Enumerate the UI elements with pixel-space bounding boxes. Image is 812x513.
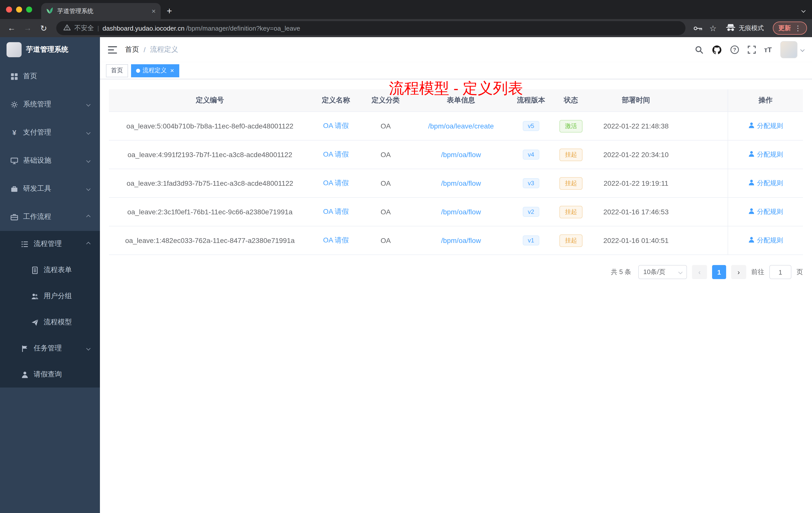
sidebar-item-label: 流程管理 [34, 239, 62, 248]
list-icon [21, 240, 29, 248]
users-icon [31, 292, 39, 300]
github-icon[interactable] [712, 45, 721, 55]
assign-rule-button[interactable]: 分配规则 [748, 121, 783, 130]
sidebar-collapse-icon[interactable] [108, 46, 117, 54]
form-link[interactable]: /bpm/oa/flow [441, 236, 481, 244]
sidebar-item-infrastructure[interactable]: 基础设施 [0, 147, 100, 175]
chevron-down-icon [86, 159, 91, 163]
goto-page-input[interactable] [769, 265, 791, 279]
table-header-row: 定义编号 定义名称 定义分类 表单信息 流程版本 状态 部署时间 操作 [109, 89, 803, 112]
definition-name-link[interactable]: OA 请假 [323, 236, 349, 245]
not-secure-warning-icon [63, 24, 71, 32]
form-link[interactable]: /bpm/oa/flow [441, 151, 481, 159]
window-minimize-button[interactable] [16, 6, 22, 12]
assign-rule-button[interactable]: 分配规则 [748, 207, 783, 216]
tag-close-icon[interactable]: × [170, 67, 174, 74]
browser-toolbar: ← → ↻ 不安全 | dashboard.yudao.iocoder.cn/b… [0, 19, 812, 37]
fullscreen-icon[interactable] [748, 46, 755, 54]
status-badge: 激活 [559, 120, 582, 132]
chevron-down-icon [678, 270, 683, 274]
favicon [46, 7, 53, 15]
assign-rule-button[interactable]: 分配规则 [748, 236, 783, 245]
avatar[interactable] [780, 41, 798, 58]
search-icon[interactable] [695, 46, 703, 54]
page-size-select[interactable]: 10条/页 [638, 265, 687, 279]
tag-process-definition[interactable]: 流程定义 × [131, 64, 179, 77]
col-header: 定义分类 [361, 89, 410, 112]
logo-avatar [6, 42, 22, 57]
help-icon[interactable]: ? [730, 45, 739, 54]
table-row: oa_leave:4:991f2193-7b7f-11ec-a3c8-acde4… [109, 141, 803, 169]
definition-category: OA [361, 112, 410, 140]
definition-category: OA [361, 198, 410, 226]
incognito-label: 无痕模式 [739, 24, 764, 32]
sidebar-item-task-management[interactable]: 任务管理 [0, 335, 100, 361]
tag-active-dot [136, 68, 140, 72]
sidebar-item-system-management[interactable]: 系统管理 [0, 90, 100, 118]
sidebar-item-home[interactable]: 首页 [0, 62, 100, 90]
page-number-1[interactable]: 1 [712, 265, 726, 279]
form-link[interactable]: /bpm/oa/flow [441, 179, 481, 187]
browser-update-button[interactable]: 更新 ⋮ [773, 22, 807, 35]
sidebar-item-payment-management[interactable]: ¥ 支付管理 [0, 118, 100, 147]
sidebar-item-label: 首页 [23, 72, 37, 81]
incognito-icon [726, 23, 736, 33]
sidebar-logo[interactable]: 芋道管理系统 [0, 37, 100, 62]
assign-rule-button[interactable]: 分配规则 [748, 179, 783, 188]
svg-text:?: ? [733, 47, 736, 53]
monitor-icon [10, 157, 18, 164]
user-avatar-menu[interactable] [780, 41, 804, 58]
form-link[interactable]: /bpm/oa/flow [441, 208, 481, 216]
update-label: 更新 [778, 24, 791, 32]
breadcrumb-home[interactable]: 首页 [125, 45, 139, 54]
definition-name-link[interactable]: OA 请假 [323, 150, 349, 159]
forward-button[interactable]: → [21, 22, 34, 35]
window-close-button[interactable] [6, 6, 12, 12]
sidebar-item-label: 研发工具 [23, 184, 51, 193]
window-maximize-button[interactable] [26, 6, 32, 12]
gear-icon [10, 101, 18, 108]
sidebar-item-leave-query[interactable]: 请假查询 [0, 361, 100, 388]
briefcase-icon [10, 213, 18, 221]
tab-search-chevron-icon[interactable] [802, 5, 805, 14]
table-row: oa_leave:3:1fad3d93-7b75-11ec-a3c8-acde4… [109, 169, 803, 198]
assign-rule-label: 分配规则 [757, 179, 783, 188]
next-page-button[interactable]: › [731, 265, 746, 279]
deploy-time: 2022-01-22 21:48:38 [591, 112, 680, 140]
incognito-badge: 无痕模式 [722, 23, 768, 33]
address-bar[interactable]: 不安全 | dashboard.yudao.iocoder.cn/bpm/man… [56, 21, 685, 35]
browser-menu-dots-icon[interactable]: ⋮ [794, 24, 802, 32]
sidebar-item-dev-tools[interactable]: 研发工具 [0, 175, 100, 203]
bookmark-star-icon[interactable]: ☆ [707, 23, 719, 33]
back-button[interactable]: ← [5, 22, 18, 35]
font-size-icon[interactable]: тT [764, 46, 772, 54]
sidebar-item-user-group[interactable]: 用户分组 [0, 283, 100, 309]
sidebar-item-workflow[interactable]: 工作流程 [0, 203, 100, 231]
chevron-up-icon [86, 242, 91, 246]
browser-tab[interactable]: 芋道管理系统 × [41, 3, 161, 19]
security-label[interactable]: 不安全 [74, 24, 94, 33]
version-tag: v5 [523, 121, 539, 131]
col-header: 操作 [728, 89, 803, 112]
deploy-time: 2022-01-16 01:40:51 [591, 227, 680, 254]
assign-rule-label: 分配规则 [757, 236, 783, 245]
document-icon [31, 266, 39, 274]
tab-close-icon[interactable]: × [152, 7, 156, 15]
sidebar-item-label: 流程模型 [44, 318, 72, 327]
definition-id: oa_leave:3:1fad3d93-7b75-11ec-a3c8-acde4… [109, 169, 311, 197]
definition-name-link[interactable]: OA 请假 [323, 207, 349, 216]
tag-home[interactable]: 首页 [106, 64, 128, 77]
assign-rule-button[interactable]: 分配规则 [748, 150, 783, 159]
new-tab-button[interactable]: + [161, 3, 178, 19]
key-icon[interactable] [691, 25, 704, 31]
definition-name-link[interactable]: OA 请假 [323, 179, 349, 188]
reload-button[interactable]: ↻ [37, 22, 50, 35]
form-link[interactable]: /bpm/oa/leave/create [428, 122, 494, 130]
sidebar-item-process-management[interactable]: 流程管理 [0, 231, 100, 257]
sidebar: 芋道管理系统 首页 系统管理 ¥ 支付管理 基础设施 [0, 37, 100, 513]
sidebar-item-process-model[interactable]: 流程模型 [0, 309, 100, 335]
sidebar-item-label: 流程表单 [44, 266, 72, 275]
definition-name-link[interactable]: OA 请假 [323, 121, 349, 130]
prev-page-button[interactable]: ‹ [692, 265, 707, 279]
sidebar-item-process-form[interactable]: 流程表单 [0, 257, 100, 283]
